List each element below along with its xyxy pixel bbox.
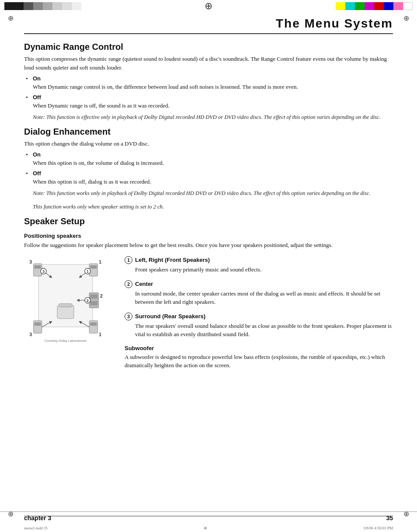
page-title: The Menu System [24,17,393,34]
svg-rect-10 [90,295,97,299]
svg-rect-23 [59,304,72,307]
svg-text:2: 2 [100,294,103,299]
speaker-desc-2: In surround mode, the center speaker car… [125,289,393,306]
color-swatch [384,2,393,10]
speaker-num-3: 3 [125,313,132,320]
svg-rect-19 [90,323,97,326]
svg-rect-15 [35,323,41,326]
dynamic-range-heading: Dynamic Range Control [24,42,393,52]
color-swatch [345,2,355,10]
footer-chapter: chapter 3 [24,515,51,522]
speaker-item-1: 1 Left, Right (Front Speakers) Front spe… [125,256,393,274]
speaker-intro: Follow the suggestions for speaker place… [24,241,393,250]
svg-rect-22 [57,306,74,319]
svg-text:1: 1 [99,260,101,264]
speaker-diagram: 3 1 2 3 [24,256,111,345]
list-item: Off When Dynamic range is off, the sound… [24,94,393,110]
color-swatch [33,2,43,10]
color-strip-right [336,2,413,10]
list-item: On When this option is on, the volume of… [24,151,393,167]
color-swatch [336,2,345,10]
svg-text:3: 3 [29,332,32,337]
color-swatch [52,2,62,10]
dialog-note1: Note: This function works only in playba… [33,189,393,198]
speaker-num-1: 1 [125,256,132,264]
speaker-item-header-sub: Subwoofer [125,345,393,351]
footer-meta-bar: menu5.indd 35 ⊕ 3/8/06 4:50:01 PM [0,526,417,530]
bullet-desc-on: When Dynamic range control is on, the di… [33,83,393,91]
color-swatch [355,2,365,10]
section-dynamic-range: Dynamic Range Control This option compre… [24,42,393,122]
svg-rect-6 [90,265,97,269]
speaker-desc-sub: A subwoofer is designed to reproduce pow… [125,353,393,370]
svg-text:1: 1 [99,332,101,337]
footer-page: 35 [386,515,393,522]
svg-text:1: 1 [87,269,89,274]
speaker-setup-heading: Speaker Setup [24,216,393,226]
dialog-note2: This function works only when speaker se… [33,203,393,211]
section-dialog-enhancement: Dialog Enhancement This option changes t… [24,127,393,211]
speaker-item-header-2: 2 Center [125,280,393,288]
speaker-diagram-svg: 3 1 2 3 [24,256,107,344]
speaker-item-header-3: 3 Surround (Rear Speakers) [125,313,393,320]
top-crosshair: ⊕ [205,0,212,12]
svg-rect-2 [35,265,41,269]
bullet-term-off2: Off [33,170,41,177]
svg-text:3: 3 [42,269,45,274]
speaker-item-2: 2 Center In surround mode, the center sp… [125,280,393,306]
speaker-num-2: 2 [125,280,132,288]
svg-text:2: 2 [87,299,89,303]
color-swatch [374,2,384,10]
speaker-item-3: 3 Surround (Rear Speakers) The rear spea… [125,313,393,339]
bullet-desc-off2: When this option is off, dialog is as it… [33,177,393,186]
meta-right: 3/8/06 4:50:01 PM [363,526,393,530]
color-swatch [24,2,33,10]
speaker-list: 1 Left, Right (Front Speakers) Front spe… [125,256,393,376]
bullet-term-off: Off [33,94,41,101]
color-swatch [14,2,24,10]
svg-text:3: 3 [29,260,32,264]
speaker-desc-3: The rear speakers' overall sound balance… [125,322,393,339]
bullet-desc-on2: When this option is on, the volume of di… [33,159,393,167]
meta-left: menu5.indd 35 [24,526,48,530]
dialog-enhancement-intro: This option changes the dialog volume on… [24,139,393,148]
color-swatch [4,2,14,10]
top-bar: ⊕ [0,0,417,12]
dynamic-range-intro: This option compresses the dynamic range… [24,55,393,72]
color-swatch [393,2,403,10]
dynamic-range-list: On When Dynamic range control is on, the… [24,75,393,110]
positioning-speakers-heading: Positioning speakers [24,233,393,239]
dialog-enhancement-list: On When this option is on, the volume of… [24,151,393,186]
color-swatch [365,2,374,10]
list-item: Off When this option is off, dialog is a… [24,170,393,186]
speaker-title-3: Surround (Rear Speakers) [135,313,205,320]
speaker-title-sub: Subwoofer [125,345,154,351]
dynamic-range-note: Note: This function is effective only in… [33,113,393,122]
list-item: On When Dynamic range control is on, the… [24,75,393,91]
color-swatch [403,2,413,10]
color-strip-left [4,2,81,10]
speaker-title-2: Center [135,281,153,287]
speaker-title-1: Left, Right (Front Speakers) [135,257,210,263]
section-speaker-setup: Speaker Setup Positioning speakers Follo… [24,216,393,376]
speaker-item-subwoofer: Subwoofer A subwoofer is designed to rep… [125,345,393,370]
bullet-term-on2: On [33,151,41,158]
speaker-item-header-1: 1 Left, Right (Front Speakers) [125,256,393,264]
svg-rect-11 [90,301,97,306]
bullet-desc-off: When Dynamic range is off, the sound is … [33,101,393,110]
speaker-layout: 3 1 2 3 [24,256,393,376]
svg-text:Courtesy Dolby Laboratories: Courtesy Dolby Laboratories [45,339,87,343]
page-footer: chapter 3 35 [0,511,417,524]
bottom-crosshair: ⊕ [204,526,207,530]
speaker-desc-1: Front speakers carry primarily music and… [125,265,393,274]
dialog-enhancement-heading: Dialog Enhancement [24,127,393,137]
page-content: The Menu System Dynamic Range Control Th… [0,12,417,402]
color-swatch [72,2,81,10]
bullet-term-on: On [33,75,41,82]
color-swatch [43,2,52,10]
color-swatch [62,2,72,10]
